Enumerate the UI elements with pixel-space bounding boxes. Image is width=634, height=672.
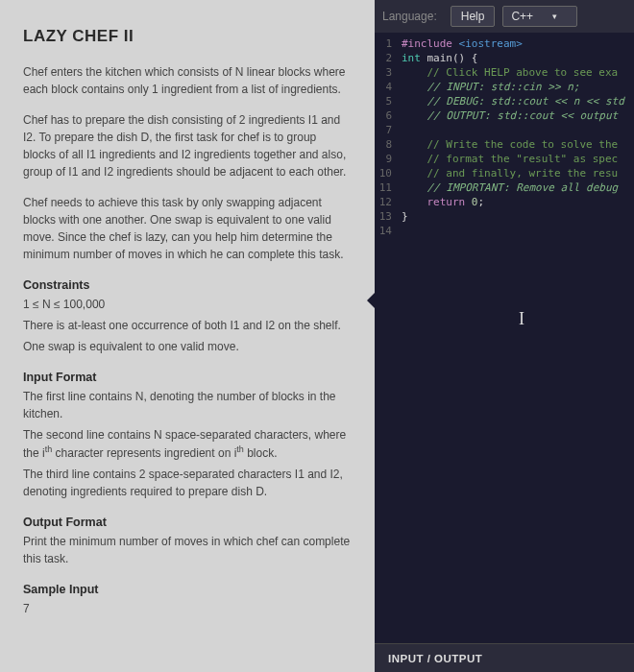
constraints-heading: Constraints <box>23 278 352 292</box>
sample-input-heading: Sample Input <box>23 583 352 596</box>
constraint-line: 1 ≤ N ≤ 100,000 <box>23 296 352 313</box>
problem-para: Chef enters the kitchen which consists o… <box>23 63 352 98</box>
input-format-line: The first line contains N, denoting the … <box>23 388 352 422</box>
line-gutter: 1234567891011121314 <box>375 33 398 643</box>
input-format-line: The second line contains N space-separat… <box>23 426 352 462</box>
collapse-indicator <box>367 293 375 308</box>
problem-para: Chef has to prepare the dish consisting … <box>23 111 352 180</box>
problem-title: LAZY CHEF II <box>23 27 352 46</box>
language-value: C++ <box>511 10 533 23</box>
language-select[interactable]: C++ ▾ <box>502 6 577 27</box>
output-format-heading: Output Format <box>23 516 352 529</box>
problem-para: Chef needs to achieve this task by only … <box>23 194 352 263</box>
editor-topbar: Language: Help C++ ▾ <box>375 0 634 33</box>
io-panel-header[interactable]: INPUT / OUTPUT <box>375 643 634 672</box>
problem-panel: LAZY CHEF II Chef enters the kitchen whi… <box>0 0 375 672</box>
code-editor[interactable]: 1234567891011121314 #include <iostream>i… <box>375 33 634 643</box>
io-label: INPUT / OUTPUT <box>388 653 482 664</box>
chevron-down-icon: ▾ <box>552 12 557 21</box>
editor-panel: Language: Help C++ ▾ 1234567891011121314… <box>375 0 634 672</box>
input-format-heading: Input Format <box>23 371 352 384</box>
output-format-line: Print the minimum number of moves in whi… <box>23 533 352 567</box>
help-button[interactable]: Help <box>451 6 496 27</box>
sample-input-value: 7 <box>23 600 352 617</box>
constraint-line: There is at-least one occurrence of both… <box>23 317 352 334</box>
language-label: Language: <box>382 10 437 23</box>
code-content[interactable]: #include <iostream>int main() { // Click… <box>398 33 624 643</box>
constraint-line: One swap is equivalent to one valid move… <box>23 338 352 355</box>
input-format-line: The third line contains 2 space-separate… <box>23 466 352 500</box>
